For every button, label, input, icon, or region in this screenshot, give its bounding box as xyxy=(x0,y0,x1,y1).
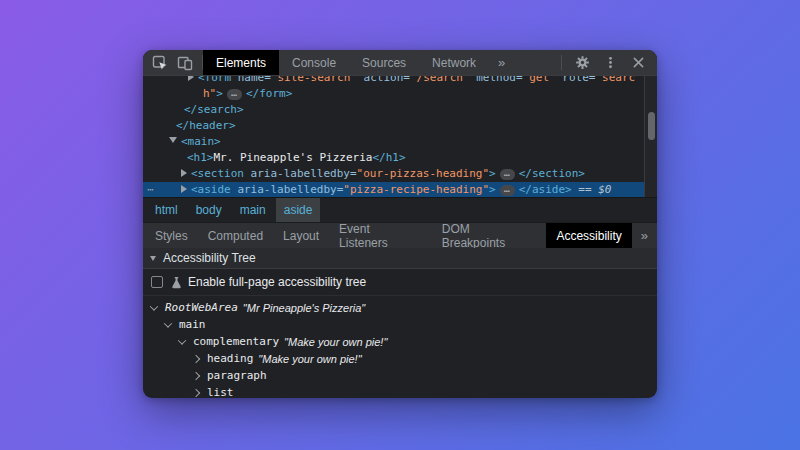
code-token-tag: </h1> xyxy=(372,151,405,164)
code-token-tag: <aside xyxy=(191,183,231,196)
a11y-role-label: list xyxy=(207,386,234,398)
panel-tab-event-listeners[interactable]: Event Listeners xyxy=(329,223,432,248)
code-token-val: "pizza-recipe-heading" xyxy=(343,183,489,196)
dom-node-h1[interactable]: <h1>Mr. Pineapple's Pizzeria</h1> xyxy=(143,150,644,166)
chevron-right-icon[interactable] xyxy=(192,371,200,379)
device-toolbar-icon[interactable] xyxy=(177,55,193,71)
chevron-down-icon[interactable] xyxy=(178,336,186,344)
breadcrumb-main[interactable]: main xyxy=(232,198,274,222)
dom-node-main-open[interactable]: <main> xyxy=(143,134,644,150)
code-token-attr: method= xyxy=(476,76,522,84)
tab-network[interactable]: Network xyxy=(419,50,489,75)
breadcrumb-html[interactable]: html xyxy=(147,198,186,222)
expand-arrow-icon[interactable] xyxy=(188,76,194,81)
dom-node-search-close[interactable]: </search> xyxy=(143,102,644,118)
collapse-arrow-icon[interactable] xyxy=(169,137,177,143)
breadcrumb: htmlbodymainaside xyxy=(143,197,657,222)
code-token-attr: aria-labelledby= xyxy=(251,167,357,180)
a11y-role-label: complementary xyxy=(193,335,279,348)
tab-sources[interactable]: Sources xyxy=(349,50,419,75)
dom-node-form-open[interactable]: <form name="site-search" action="/search… xyxy=(143,76,644,86)
a11y-role-label: heading xyxy=(207,352,253,365)
code-token-val: "/search" xyxy=(410,76,470,84)
chevron-right-icon[interactable] xyxy=(192,354,200,362)
a11y-accessible-name: "Make your own pie!" xyxy=(284,336,387,348)
code-token-val: "our-pizzas-heading" xyxy=(357,167,489,180)
panel-tab-styles[interactable]: Styles xyxy=(145,223,198,248)
code-token-eq: == $0 xyxy=(572,183,612,196)
toolbar-separator-right xyxy=(561,55,562,70)
code-token-attr: aria-labelledby= xyxy=(237,183,343,196)
a11y-node-heading[interactable]: heading"Make your own pie!" xyxy=(143,350,657,367)
code-token-tag: </form> xyxy=(246,87,292,100)
a11y-node-rootwebarea[interactable]: RootWebArea"Mr Pineapple's Pizzeria" xyxy=(143,299,657,316)
panel-tab-layout[interactable]: Layout xyxy=(273,223,329,248)
inline-expand-pill[interactable]: … xyxy=(227,89,242,100)
close-icon[interactable] xyxy=(631,55,646,70)
a11y-role-label: main xyxy=(179,318,206,331)
code-token-tag: <main> xyxy=(181,135,221,148)
kebab-menu-icon[interactable] xyxy=(603,55,618,70)
panel-tab-accessibility[interactable]: Accessibility xyxy=(546,223,631,248)
a11y-role-label: paragraph xyxy=(207,369,267,382)
code-token-tag: <h1> xyxy=(187,151,214,164)
enable-fullpage-a11y-row: Enable full-page accessibility tree xyxy=(143,269,657,296)
dom-node-header-close[interactable]: </header> xyxy=(143,118,644,134)
breadcrumb-body[interactable]: body xyxy=(188,198,230,222)
dom-node-aside[interactable]: ⋯<aside aria-labelledby="pizza-recipe-he… xyxy=(143,182,644,197)
code-token-val: h" xyxy=(203,87,216,100)
a11y-node-list[interactable]: list xyxy=(143,384,657,398)
devtools-toolbar: ElementsConsoleSourcesNetwork » xyxy=(143,50,657,76)
code-token-plain xyxy=(357,76,364,84)
tab-console[interactable]: Console xyxy=(279,50,349,75)
code-token-tag: <section xyxy=(191,167,244,180)
section-collapse-triangle-icon xyxy=(150,256,156,261)
a11y-node-paragraph[interactable]: paragraph xyxy=(143,367,657,384)
enable-fullpage-a11y-checkbox[interactable] xyxy=(151,276,163,288)
panel-tab-dom-breakpoints[interactable]: DOM Breakpoints xyxy=(432,223,547,248)
inline-expand-pill[interactable]: … xyxy=(500,169,515,180)
devtools-tabs: ElementsConsoleSourcesNetwork xyxy=(203,50,489,75)
dom-node-section[interactable]: <section aria-labelledby="our-pizzas-hea… xyxy=(143,166,644,182)
experiment-flask-icon xyxy=(170,276,183,289)
more-tabs-icon[interactable]: » xyxy=(489,50,514,75)
dom-scrollbar[interactable] xyxy=(644,76,657,197)
code-token-val: "get" xyxy=(523,76,556,84)
chevron-down-icon[interactable] xyxy=(150,302,158,310)
code-token-plain xyxy=(231,76,238,84)
code-token-plain: Mr. Pineapple's Pizzeria xyxy=(214,151,373,164)
settings-gear-icon[interactable] xyxy=(575,55,590,70)
expand-arrow-icon[interactable] xyxy=(181,185,187,193)
code-token-tag: <form xyxy=(198,76,231,84)
accessibility-tree-section-header[interactable]: Accessibility Tree xyxy=(143,248,657,269)
chevron-right-icon[interactable] xyxy=(192,388,200,396)
panel-tab-computed[interactable]: Computed xyxy=(198,223,273,248)
code-token-attr: action= xyxy=(364,76,410,84)
a11y-accessible-name: "Make your own pie!" xyxy=(258,353,361,365)
devtools-window: ElementsConsoleSourcesNetwork » xyxy=(143,50,657,398)
panel-more-tabs-icon[interactable]: » xyxy=(632,223,657,248)
code-token-tag: > xyxy=(489,167,496,180)
inline-expand-pill[interactable]: … xyxy=(500,185,515,196)
a11y-accessible-name: "Mr Pineapple's Pizzeria" xyxy=(243,302,365,314)
chevron-down-icon[interactable] xyxy=(164,319,172,327)
code-token-tag: > xyxy=(216,87,223,100)
inspect-element-icon[interactable] xyxy=(152,55,168,71)
a11y-node-complementary[interactable]: complementary"Make your own pie!" xyxy=(143,333,657,350)
code-token-plain xyxy=(244,167,251,180)
dom-scrollbar-thumb[interactable] xyxy=(648,112,655,140)
expand-arrow-icon[interactable] xyxy=(181,169,187,177)
a11y-node-main[interactable]: main xyxy=(143,316,657,333)
code-token-tag: </section> xyxy=(519,167,585,180)
dom-node-form-close[interactable]: h">…</form> xyxy=(143,86,644,102)
breadcrumb-aside[interactable]: aside xyxy=(276,198,321,222)
tab-elements[interactable]: Elements xyxy=(203,50,279,75)
toolbar-left-icons xyxy=(143,50,202,75)
code-token-tag: </header> xyxy=(176,119,236,132)
a11y-role-label: RootWebArea xyxy=(165,301,238,314)
node-menu-dots-icon[interactable]: ⋯ xyxy=(147,182,155,197)
code-token-tag: </search> xyxy=(184,103,244,116)
code-token-tag: > xyxy=(489,183,496,196)
code-token-tag: </aside> xyxy=(519,183,572,196)
dom-tree-lines: <form name="site-search" action="/search… xyxy=(143,76,644,197)
